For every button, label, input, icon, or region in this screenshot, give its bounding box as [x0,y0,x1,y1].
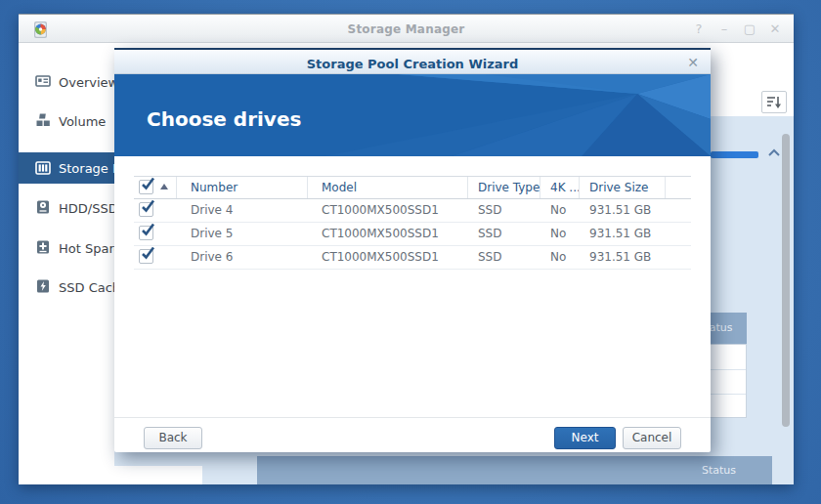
close-dialog-icon[interactable]: ✕ [685,55,701,70]
maximize-button[interactable]: ▢ [741,21,758,36]
minimize-button[interactable]: – [715,21,733,36]
sidebar-item-label: Overview [59,75,114,90]
hot-spare-table-header: Type Status [257,456,772,484]
status-column-header-2: Status [702,464,736,477]
dialog-title: Storage Pool Creation Wizard [114,57,711,71]
cell-model: CT1000MX500SSD1 [308,199,468,222]
sort-descending-icon[interactable] [761,91,787,113]
next-button[interactable]: Next [554,427,616,449]
sort-ascending-icon[interactable] [160,184,168,189]
window-title: Storage Manager [19,22,794,36]
sidebar-item-label: Hot Spare [59,241,114,256]
dialog-titlebar[interactable]: Storage Pool Creation Wizard ✕ [114,50,711,74]
row-checkbox[interactable] [139,202,153,217]
volume-icon [35,112,51,128]
table-row[interactable]: Drive 5 CT1000MX500SSD1 SSD No 931.51 GB [134,223,691,246]
sidebar-item-ssd-cache[interactable]: SSD Cach [19,275,114,299]
sidebar-item-label: Storage P [59,161,114,176]
column-header-model[interactable]: Model [308,177,468,198]
hot-spare-icon [35,239,51,255]
back-button[interactable]: Back [144,427,202,449]
storage-pool-creation-wizard-dialog: Storage Pool Creation Wizard ✕ Choose dr… [114,48,711,452]
cell-drive-size: 931.51 GB [580,223,666,245]
close-window-button[interactable]: ✕ [766,21,784,36]
row-checkbox[interactable] [139,226,153,240]
cell-drive-size: 931.51 GB [580,199,666,222]
column-header-4k[interactable]: 4K ... [540,177,580,198]
cell-drive-size: 931.51 GB [580,246,666,269]
page-panel-fragment [114,466,202,484]
hdd-ssd-icon [35,199,51,215]
sidebar-item-hdd-ssd[interactable]: HDD/SSD [19,196,114,220]
cell-number: Drive 6 [177,246,308,269]
cell-drive-type: SSD [468,223,540,245]
sidebar-item-hot-spare[interactable]: Hot Spare [19,236,114,260]
cancel-button[interactable]: Cancel [623,427,681,449]
row-checkbox[interactable] [139,249,153,264]
dialog-heading: Choose drives [147,107,301,131]
sidebar: Overview Volume Storage P HDD/SSD Hot Sp [19,43,114,484]
column-header-filler [666,177,691,198]
select-all-checkbox[interactable] [139,180,153,194]
cell-drive-type: SSD [468,246,540,269]
table-row[interactable]: Drive 6 CT1000MX500SSD1 SSD No 931.51 GB [134,246,691,270]
select-all-cell [134,177,177,198]
cell-drive-type: SSD [468,199,540,222]
chevron-up-icon[interactable] [767,146,781,160]
sidebar-item-storage-pool[interactable]: Storage P [19,152,114,184]
drives-table-header: Number Model Drive Type 4K ... Drive Siz… [134,176,691,199]
ssd-cache-icon [35,278,51,294]
page-scrollbar[interactable] [782,134,790,427]
footer-divider [114,417,711,418]
cell-number: Drive 5 [177,223,308,245]
column-header-number[interactable]: Number [177,177,308,198]
overview-icon [35,73,51,89]
table-row[interactable]: Drive 4 CT1000MX500SSD1 SSD No 931.51 GB [134,199,691,223]
pool-usage-bar [711,151,758,158]
sidebar-item-volume[interactable]: Volume [19,109,114,133]
sidebar-item-label: HDD/SSD [59,201,114,216]
cell-4k: No [540,246,580,269]
cell-model: CT1000MX500SSD1 [308,223,468,245]
cell-model: CT1000MX500SSD1 [308,246,468,269]
dialog-banner: Choose drives [114,74,711,156]
cell-number: Drive 4 [177,199,308,222]
sidebar-item-overview[interactable]: Overview [19,70,114,94]
storage-pool-icon [35,160,51,176]
sidebar-item-label: SSD Cach [59,280,114,295]
column-header-drive-size[interactable]: Drive Size [580,177,666,198]
window-titlebar[interactable]: Storage Manager ? – ▢ ✕ [19,14,794,43]
sidebar-item-label: Volume [59,114,106,129]
column-header-drive-type[interactable]: Drive Type [468,177,540,198]
help-button[interactable]: ? [690,21,708,36]
cell-4k: No [540,223,580,245]
storage-manager-window: Storage Manager ? – ▢ ✕ Status [19,14,794,484]
drives-table: Number Model Drive Type 4K ... Drive Siz… [134,176,691,270]
cell-4k: No [540,199,580,222]
